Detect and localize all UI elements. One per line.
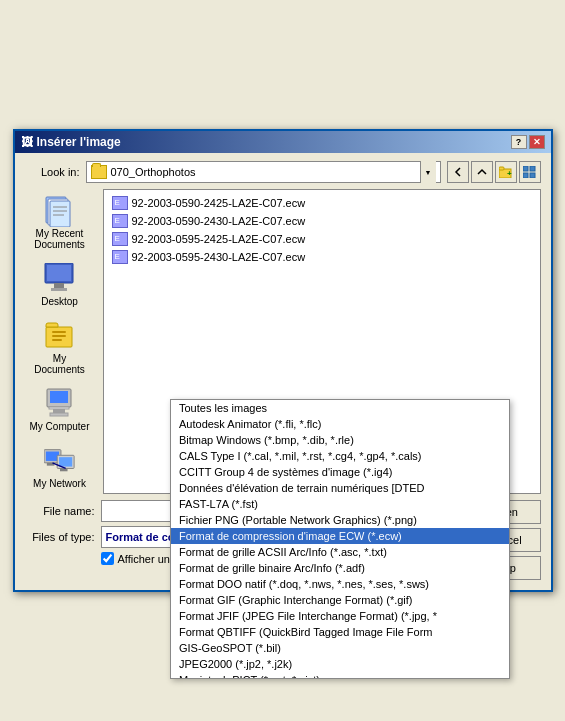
dropdown-item-fast[interactable]: FAST-L7A (*.fst) — [171, 496, 509, 512]
dropdown-item-jfif[interactable]: Format JFIF (JPEG File Interchange Forma… — [171, 608, 509, 624]
sidebar-label-my-docs: My Documents — [28, 353, 92, 375]
svg-rect-6 — [530, 173, 535, 178]
svg-rect-19 — [52, 335, 66, 337]
sidebar-item-my-computer[interactable]: My Computer — [25, 382, 95, 437]
file-name-1: 92-2003-0590-2430-LA2E-C07.ecw — [132, 215, 306, 227]
dropdown-item-dtd[interactable]: Données d'élévation de terrain numérique… — [171, 480, 509, 496]
file-item-2[interactable]: 92-2003-0595-2425-LA2E-C07.ecw — [108, 230, 536, 248]
title-text: Insérer l'image — [37, 135, 121, 149]
dropdown-item-jpeg2000[interactable]: JPEG2000 (*.jp2, *.j2k) — [171, 656, 509, 672]
file-ecw-icon-1 — [112, 214, 128, 228]
svg-rect-31 — [60, 468, 68, 471]
file-ecw-icon-0 — [112, 196, 128, 210]
dropdown-item-ecw[interactable]: Format de compression d'image ECW (*.ecw… — [171, 528, 509, 544]
file-name-2: 92-2003-0595-2425-LA2E-C07.ecw — [132, 233, 306, 245]
svg-rect-3 — [523, 166, 528, 171]
back-button[interactable] — [447, 161, 469, 183]
nav-buttons: + — [447, 161, 541, 183]
svg-rect-16 — [51, 288, 67, 291]
file-ecw-icon-2 — [112, 232, 128, 246]
svg-rect-14 — [47, 265, 71, 281]
svg-rect-18 — [52, 331, 66, 333]
dropdown-item-doo[interactable]: Format DOO natif (*.doq, *.nws, *.nes, *… — [171, 576, 509, 592]
sidebar-label-desktop: Desktop — [41, 296, 78, 307]
look-in-label: Look in: — [25, 166, 80, 178]
dialog-window: 🖼 Insérer l'image ? ✕ Look in: 070_Ortho… — [13, 129, 553, 592]
title-bar: 🖼 Insérer l'image ? ✕ — [15, 131, 551, 153]
svg-rect-1 — [499, 167, 504, 170]
dropdown-item-cals[interactable]: CALS Type I (*.cal, *.mil, *.rst, *.cg4,… — [171, 448, 509, 464]
help-title-button[interactable]: ? — [511, 135, 527, 149]
dropdown-item-toutes[interactable]: Toutes les images — [171, 400, 509, 416]
svg-text:+: + — [507, 169, 512, 178]
file-name-0: 92-2003-0590-2425-LA2E-C07.ecw — [132, 197, 306, 209]
look-in-row: Look in: 070_Orthophotos + — [25, 161, 541, 183]
file-name-3: 92-2003-0595-2430-LA2E-C07.ecw — [132, 251, 306, 263]
dropdown-item-autodesk[interactable]: Autodesk Animator (*.fli, *.flc) — [171, 416, 509, 432]
dropdown-item-ccitt[interactable]: CCITT Group 4 de systèmes d'image (*.ig4… — [171, 464, 509, 480]
sidebar-item-my-docs[interactable]: My Documents — [25, 314, 95, 380]
views-button[interactable] — [519, 161, 541, 183]
dropdown-item-qbtiff[interactable]: Format QBTIFF (QuickBird Tagged Image Fi… — [171, 624, 509, 640]
dropdown-item-bitmap[interactable]: Bitmap Windows (*.bmp, *.dib, *.rle) — [171, 432, 509, 448]
file-item-0[interactable]: 92-2003-0590-2425-LA2E-C07.ecw — [108, 194, 536, 212]
file-item-1[interactable]: 92-2003-0590-2430-LA2E-C07.ecw — [108, 212, 536, 230]
dropdown-item-pict[interactable]: Macintosh PICT (*.pct, *.pict) — [171, 672, 509, 679]
dropdown-item-gis[interactable]: GIS-GeoSPOT (*.bil) — [171, 640, 509, 656]
sidebar-item-recent-docs[interactable]: My Recent Documents — [25, 189, 95, 255]
files-of-type-label: Files of type: — [25, 531, 95, 543]
svg-rect-22 — [50, 391, 68, 403]
dropdown-item-arcinfo[interactable]: Format de grille ACSII Arc/Info (*.asc, … — [171, 544, 509, 560]
my-computer-icon — [44, 387, 76, 419]
title-bar-buttons: ? ✕ — [511, 135, 545, 149]
title-bar-left: 🖼 Insérer l'image — [21, 135, 121, 149]
recent-docs-icon — [44, 194, 76, 226]
look-in-combo[interactable]: 070_Orthophotos — [86, 161, 441, 183]
svg-rect-24 — [50, 413, 68, 416]
svg-rect-4 — [530, 166, 535, 171]
dialog-content: Look in: 070_Orthophotos + — [15, 153, 551, 590]
svg-rect-23 — [53, 409, 65, 413]
file-ecw-icon-3 — [112, 250, 128, 264]
file-name-label: File name: — [25, 505, 95, 517]
sidebar-label-my-computer: My Computer — [29, 421, 89, 432]
look-in-value: 070_Orthophotos — [111, 166, 416, 178]
afficher-checkbox[interactable] — [101, 552, 114, 565]
look-in-dropdown-arrow[interactable] — [420, 161, 436, 183]
sidebar-label-my-network: My Network — [33, 478, 86, 489]
svg-rect-20 — [52, 339, 62, 341]
my-docs-icon — [44, 319, 76, 351]
sidebar-item-my-network[interactable]: My Network — [25, 439, 95, 494]
sidebar-item-desktop[interactable]: Desktop — [25, 257, 95, 312]
svg-rect-25 — [49, 407, 69, 409]
title-bar-icon: 🖼 — [21, 135, 33, 149]
dropdown-item-gif[interactable]: Format GIF (Graphic Interchange Format) … — [171, 592, 509, 608]
files-of-type-dropdown: Toutes les images Autodesk Animator (*.f… — [170, 399, 510, 679]
sidebar-label-recent-docs: My Recent Documents — [28, 228, 92, 250]
file-item-3[interactable]: 92-2003-0595-2430-LA2E-C07.ecw — [108, 248, 536, 266]
up-button[interactable] — [471, 161, 493, 183]
dropdown-item-png[interactable]: Fichier PNG (Portable Network Graphics) … — [171, 512, 509, 528]
svg-rect-30 — [59, 457, 72, 466]
new-folder-button[interactable]: + — [495, 161, 517, 183]
svg-rect-5 — [523, 173, 528, 178]
my-network-icon — [44, 444, 76, 476]
desktop-icon — [44, 262, 76, 294]
dropdown-item-arcinfob[interactable]: Format de grille binaire Arc/Info (*.adf… — [171, 560, 509, 576]
sidebar: My Recent Documents Desktop — [25, 189, 95, 494]
folder-icon — [91, 165, 107, 179]
svg-rect-9 — [50, 201, 70, 227]
close-title-button[interactable]: ✕ — [529, 135, 545, 149]
svg-rect-15 — [54, 283, 64, 288]
